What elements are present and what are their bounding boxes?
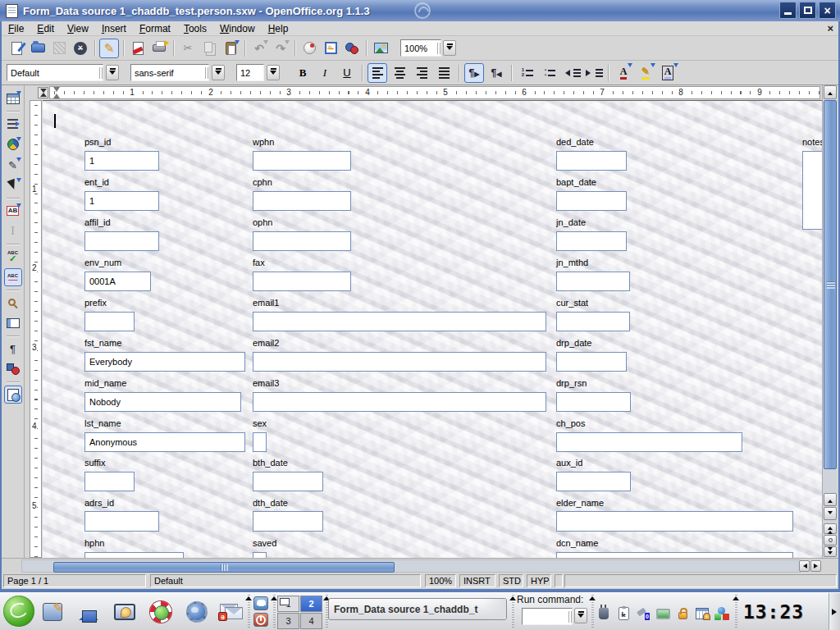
- undo-button[interactable]: ↶: [249, 39, 269, 58]
- menu-insert[interactable]: Insert: [95, 23, 133, 34]
- k-menu-button[interactable]: [3, 596, 34, 627]
- navigation-button[interactable]: [824, 535, 837, 546]
- left-to-right-button[interactable]: ¶▶: [464, 63, 484, 83]
- panel-handle[interactable]: [510, 595, 515, 629]
- vertical-ruler[interactable]: 1 2 3 4 5: [30, 100, 42, 558]
- scroll-up-button[interactable]: [824, 85, 837, 99]
- taskbar-task-button[interactable]: Form_Data source 1_chaddb_t: [328, 598, 507, 620]
- pager-desktop-4[interactable]: 4: [300, 613, 322, 629]
- field-input-fax[interactable]: [253, 272, 351, 291]
- save-button[interactable]: [49, 39, 69, 58]
- field-input-mid_name[interactable]: Nobody: [84, 392, 241, 412]
- zoom-dropdown-button[interactable]: [443, 40, 456, 56]
- redo-button[interactable]: ↷: [271, 39, 290, 58]
- align-left-button[interactable]: [368, 63, 387, 83]
- panel-handle[interactable]: [733, 595, 738, 629]
- field-input-prefix[interactable]: [84, 312, 135, 331]
- copy-button[interactable]: [199, 39, 219, 58]
- italic-button[interactable]: I: [315, 63, 335, 83]
- field-input-fst_name[interactable]: Everybody: [84, 352, 245, 372]
- graphics-on-off-button[interactable]: [4, 360, 22, 378]
- status-selection-mode[interactable]: STD: [499, 574, 523, 587]
- stylist-button[interactable]: ✎: [321, 39, 340, 58]
- field-input-dth_date[interactable]: [253, 511, 323, 532]
- insert-object-button[interactable]: [4, 135, 22, 153]
- numbering-button[interactable]: 12: [517, 63, 536, 83]
- panel-hide-button[interactable]: [829, 593, 840, 630]
- field-input-cur_stat[interactable]: [556, 312, 630, 331]
- autospellcheck-button[interactable]: ABC~~~: [4, 268, 22, 286]
- autotext-button[interactable]: AB: [4, 202, 22, 220]
- menu-help[interactable]: Help: [262, 23, 295, 34]
- data-sources-button[interactable]: [4, 314, 22, 332]
- launcher-konqueror-button[interactable]: [182, 597, 212, 627]
- find-replace-button[interactable]: [4, 294, 22, 312]
- field-input-cphn[interactable]: [253, 191, 351, 211]
- scroll-up-button-bottom[interactable]: [824, 493, 837, 506]
- font-name-dropdown[interactable]: [212, 65, 225, 80]
- field-input-drp_rsn[interactable]: [556, 392, 631, 412]
- paste-button[interactable]: [221, 39, 240, 58]
- font-size-combo[interactable]: 12: [236, 64, 264, 81]
- field-input-ch_pos[interactable]: [556, 432, 742, 452]
- close-button[interactable]: ×: [819, 2, 836, 19]
- field-input-aux_id[interactable]: [556, 472, 631, 491]
- run-command-dropdown[interactable]: [574, 608, 587, 623]
- field-input-notes[interactable]: [802, 151, 822, 230]
- field-input-elder_name[interactable]: [556, 511, 793, 532]
- horizontal-scrollbar[interactable]: [2, 558, 838, 573]
- field-input-dcn_name[interactable]: [556, 552, 793, 558]
- font-color-button[interactable]: A: [614, 63, 633, 83]
- previous-page-button[interactable]: [824, 523, 837, 534]
- increase-indent-button[interactable]: [583, 63, 603, 83]
- field-input-env_num[interactable]: 0001A: [84, 272, 151, 291]
- online-layout-button[interactable]: [4, 386, 22, 404]
- edit-file-button[interactable]: ✎: [99, 39, 119, 58]
- spellcheck-button[interactable]: ABC✓: [4, 248, 22, 266]
- cut-button[interactable]: ✂: [178, 39, 198, 58]
- panel-handle[interactable]: [272, 595, 276, 629]
- run-command-input[interactable]: [522, 608, 573, 625]
- insert-table-button[interactable]: [4, 89, 22, 107]
- draw-functions-button[interactable]: ✎: [4, 156, 22, 174]
- launcher-help-button[interactable]: [146, 597, 176, 627]
- logout-button[interactable]: [253, 613, 268, 627]
- field-input-sex[interactable]: [253, 432, 267, 452]
- minimize-button[interactable]: [779, 2, 797, 19]
- align-right-button[interactable]: [412, 63, 431, 83]
- panel-handle[interactable]: [246, 595, 251, 629]
- background-color-button[interactable]: A: [658, 63, 678, 83]
- field-input-hphn[interactable]: [84, 552, 184, 558]
- status-style[interactable]: Default: [150, 574, 421, 587]
- panel-clock[interactable]: 13:23: [740, 599, 807, 625]
- field-input-ophn[interactable]: [253, 231, 351, 251]
- form-functions-button[interactable]: [4, 176, 22, 194]
- gallery-button[interactable]: [342, 39, 362, 58]
- field-input-ent_id[interactable]: 1: [84, 191, 159, 211]
- field-input-email2[interactable]: [253, 352, 546, 372]
- vertical-scrollbar-thumb[interactable]: [824, 100, 837, 469]
- underline-button[interactable]: U: [337, 63, 357, 83]
- font-name-combo[interactable]: sans-serif: [130, 64, 209, 81]
- document-close-button[interactable]: ×: [827, 22, 833, 34]
- navigator-button[interactable]: [299, 39, 319, 58]
- launcher-home-button[interactable]: [74, 597, 103, 627]
- decrease-indent-button[interactable]: [561, 63, 581, 83]
- highlighting-button[interactable]: ✎: [636, 63, 655, 83]
- tab-stop-selector[interactable]: [38, 87, 48, 98]
- bold-button[interactable]: B: [293, 63, 313, 83]
- field-input-drp_date[interactable]: [556, 352, 627, 372]
- tray-wallet-lock-icon[interactable]: [674, 605, 691, 622]
- nonprinting-characters-button[interactable]: ¶: [4, 340, 22, 358]
- status-zoom[interactable]: 100%: [425, 574, 456, 587]
- align-justify-button[interactable]: [434, 63, 454, 83]
- right-to-left-button[interactable]: ¶◀: [486, 63, 506, 83]
- window-titlebar[interactable]: Form_Data source 1_chaddb_test.person.sx…: [0, 0, 840, 21]
- new-document-button[interactable]: [7, 39, 26, 58]
- tray-network-icon[interactable]: [635, 605, 651, 622]
- field-input-ded_date[interactable]: [556, 151, 627, 171]
- horizontal-scrollbar-thumb[interactable]: [53, 562, 395, 573]
- launcher-mail-button[interactable]: 3: [217, 597, 246, 627]
- paragraph-style-combo[interactable]: Default: [7, 64, 103, 81]
- field-input-bth_date[interactable]: [253, 472, 323, 491]
